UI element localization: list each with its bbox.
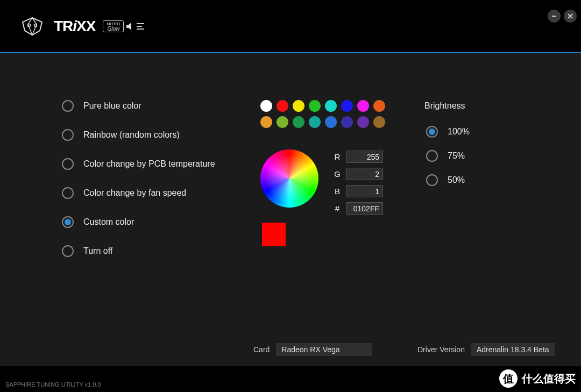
brightness-option[interactable]: 100% <box>426 126 470 138</box>
version-text: SAPPHIRE TUNING UTILITY v1.0.0 <box>5 381 101 388</box>
rgb-inputs: R G B # <box>334 151 383 215</box>
mode-label: Pure blue color <box>83 101 141 111</box>
swatch[interactable] <box>341 116 353 128</box>
card-value-box[interactable]: Radeon RX Vega <box>276 343 372 356</box>
sapphire-logo-icon <box>18 16 46 37</box>
swatch[interactable] <box>277 116 288 128</box>
mode-label: Rainbow (random colors) <box>83 130 180 140</box>
swatch[interactable] <box>357 100 369 112</box>
watermark: 值 什么值得买 <box>499 369 576 388</box>
radio-icon <box>62 216 74 228</box>
sound-lines-icon <box>137 23 144 30</box>
swatch[interactable] <box>260 116 272 128</box>
swatch[interactable] <box>373 100 385 112</box>
close-button[interactable] <box>564 10 577 23</box>
card-label: Card <box>253 345 270 354</box>
color-wheel[interactable] <box>260 149 318 208</box>
radio-icon <box>62 129 74 141</box>
content-area: Pure blue colorRainbow (random colors)Co… <box>0 53 581 366</box>
mode-pcb-temp[interactable]: Color change by PCB temperature <box>62 158 215 170</box>
mode-custom[interactable]: Custom color <box>62 216 215 228</box>
brightness-label: 50% <box>448 175 465 185</box>
minimize-button[interactable] <box>548 10 561 23</box>
svg-point-1 <box>34 24 37 26</box>
radio-icon <box>62 245 74 257</box>
radio-icon <box>426 174 438 186</box>
hex-input[interactable] <box>346 202 383 215</box>
radio-icon <box>62 158 74 170</box>
mode-rainbow[interactable]: Rainbow (random colors) <box>62 129 215 141</box>
swatch[interactable] <box>293 116 304 128</box>
mode-fan-speed[interactable]: Color change by fan speed <box>62 187 215 199</box>
swatch[interactable] <box>293 100 304 112</box>
swatch[interactable] <box>309 100 321 112</box>
color-preview <box>262 223 286 246</box>
r-input[interactable] <box>346 151 383 163</box>
swatch[interactable] <box>325 116 337 128</box>
radio-icon <box>62 187 74 199</box>
swatch[interactable] <box>373 116 385 128</box>
watermark-text: 什么值得买 <box>522 372 576 386</box>
brightness-option[interactable]: 50% <box>426 174 470 186</box>
driver-value: Adrenalin 18.3.4 Beta <box>477 345 549 354</box>
driver-value-box[interactable]: Adrenalin 18.3.4 Beta <box>471 343 555 356</box>
mode-list: Pure blue colorRainbow (random colors)Co… <box>62 100 215 257</box>
r-label: R <box>334 152 341 161</box>
swatch[interactable] <box>277 100 288 112</box>
statusbar: SAPPHIRE TUNING UTILITY v1.0.0 值 什么值得买 <box>0 366 581 392</box>
speaker-icon <box>126 21 134 32</box>
g-input[interactable] <box>346 168 383 180</box>
mode-label: Custom color <box>83 217 134 227</box>
footer-driver: Driver Version Adrenalin 18.3.4 Beta <box>417 343 555 356</box>
radio-icon <box>62 100 74 112</box>
color-swatches <box>260 100 385 128</box>
mode-label: Color change by PCB temperature <box>83 159 215 169</box>
nitro-glow-badge: NITRO Glow <box>103 20 144 32</box>
b-label: B <box>334 187 341 196</box>
driver-label: Driver Version <box>417 345 465 354</box>
brightness-section: Brightness 100%75%50% <box>424 101 470 186</box>
g-label: G <box>334 169 341 179</box>
mode-off[interactable]: Turn off <box>62 245 215 257</box>
card-value: Radeon RX Vega <box>281 345 339 354</box>
brand-text: TRiXX <box>54 18 95 35</box>
swatch[interactable] <box>309 116 321 128</box>
brightness-title: Brightness <box>424 101 470 111</box>
brightness-label: 75% <box>448 151 465 161</box>
watermark-icon: 值 <box>499 369 518 388</box>
brightness-option[interactable]: 75% <box>426 150 470 162</box>
logo-area: TRiXX NITRO Glow <box>18 16 144 37</box>
swatch[interactable] <box>260 100 272 112</box>
radio-icon <box>426 150 438 162</box>
b-input[interactable] <box>346 185 383 197</box>
mode-label: Color change by fan speed <box>83 188 186 198</box>
window-controls <box>548 10 577 23</box>
swatch[interactable] <box>357 116 369 128</box>
brightness-label: 100% <box>448 127 470 137</box>
swatch[interactable] <box>325 100 337 112</box>
mode-label: Turn off <box>83 246 112 256</box>
hex-label: # <box>334 204 341 213</box>
svg-point-0 <box>28 24 31 26</box>
titlebar: TRiXX NITRO Glow <box>0 0 581 53</box>
radio-icon <box>426 126 438 138</box>
swatch[interactable] <box>341 100 353 112</box>
footer-card: Card Radeon RX Vega <box>253 343 372 356</box>
mode-pure-blue[interactable]: Pure blue color <box>62 100 215 112</box>
